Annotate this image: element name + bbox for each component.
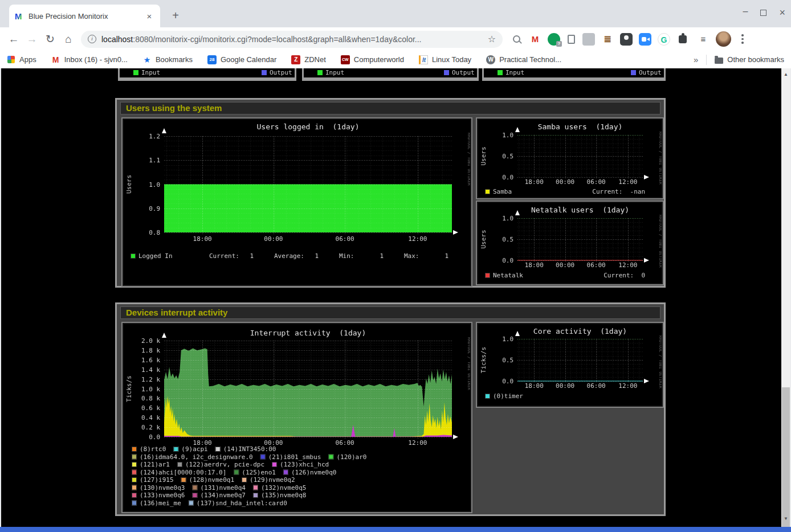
net-graph-legend-1 xyxy=(120,68,295,77)
gmail-icon: M xyxy=(51,55,60,64)
folder-icon xyxy=(715,58,723,64)
voice-icon[interactable] xyxy=(548,33,560,46)
minimize-button[interactable]: – xyxy=(743,6,748,17)
back-icon[interactable]: ← xyxy=(5,30,23,48)
reload-icon[interactable]: ↻ xyxy=(41,30,59,48)
zoom-camera-icon[interactable] xyxy=(639,33,651,46)
wordpress-icon: W xyxy=(486,55,495,64)
bookmark-label: ZDNet xyxy=(304,55,326,64)
profile-avatar[interactable] xyxy=(716,31,731,47)
window-left-edge xyxy=(0,68,1,527)
core-activity-graph[interactable] xyxy=(478,324,662,406)
samba-users-graph[interactable] xyxy=(478,120,662,197)
users-logged-in-graph-cell xyxy=(121,117,472,287)
extension-icons: M≣G xyxy=(511,33,689,46)
new-tab-button[interactable]: + xyxy=(168,8,184,24)
bookmark-inbox-16-sjvn0-[interactable]: MInbox (16) - sjvn0... xyxy=(51,55,128,64)
bookmark-bookmarks[interactable]: ★Bookmarks xyxy=(142,55,193,64)
menu-kebab-icon[interactable] xyxy=(737,34,748,44)
browser-window: M Blue Precision Monitorix × + – × ← → ↻… xyxy=(0,0,791,532)
monitorix-favicon: M xyxy=(15,11,25,21)
maximize-button[interactable] xyxy=(760,10,766,16)
netatalk-users-graph-cell xyxy=(476,200,664,285)
zdnet-icon: Z xyxy=(291,55,300,64)
interrupt-activity-graph[interactable] xyxy=(124,324,470,511)
bookmark-computerworld[interactable]: CWComputerworld xyxy=(341,55,404,64)
monitorix-page: Users using the system Devices interrupt… xyxy=(0,68,791,527)
bookmark-label: Inbox (16) - sjvn0... xyxy=(64,55,128,64)
window-controls: – × xyxy=(743,7,785,19)
reading-list-icon[interactable]: ≡ xyxy=(697,33,710,46)
bookmarks-divider xyxy=(706,55,707,65)
net-graph-legend-2 xyxy=(304,68,477,77)
apps-grid-icon xyxy=(7,56,15,63)
bookmark-google-calendar[interactable]: 28Google Calendar xyxy=(207,55,276,64)
scroll-down-icon[interactable]: ▼ xyxy=(781,514,790,523)
section-interrupts-title: Devices interrupt activity xyxy=(120,306,660,319)
window-bottom-edge xyxy=(0,527,791,532)
bookmark-label: Practical Technol... xyxy=(499,55,561,64)
network-graph-partial-2 xyxy=(302,68,479,81)
calendar-icon: 28 xyxy=(207,55,217,64)
bookmark-label: Computerworld xyxy=(354,55,404,64)
netatalk-users-graph[interactable] xyxy=(478,203,662,283)
puzzle-icon[interactable] xyxy=(676,33,689,46)
gmail-icon[interactable]: M xyxy=(529,33,541,46)
lamp-icon[interactable] xyxy=(620,33,633,46)
core-activity-graph-cell xyxy=(476,322,664,408)
star-icon: ★ xyxy=(142,55,152,64)
grammarly-icon[interactable]: G xyxy=(658,33,670,46)
bookmark-apps[interactable]: Apps xyxy=(7,55,36,64)
scrollbar[interactable]: ▲ ▼ xyxy=(781,68,790,527)
close-window-button[interactable]: × xyxy=(779,7,785,19)
bookmarks-bar: AppsMInbox (16) - sjvn0...★Bookmarks28Go… xyxy=(0,51,791,68)
bookmark-linux-today[interactable]: ltLinux Today xyxy=(419,55,471,64)
stack-icon[interactable]: ≣ xyxy=(601,33,614,46)
bookmark-label: Linux Today xyxy=(432,55,471,64)
home-icon[interactable]: ⌂ xyxy=(59,30,78,48)
bookmark-practical-technol-[interactable]: WPractical Technol... xyxy=(486,55,561,64)
search-icon[interactable] xyxy=(513,35,520,43)
network-graph-partial-3 xyxy=(482,68,666,81)
url-text[interactable]: localhost:8080/monitorix-cgi/monitorix.c… xyxy=(101,35,488,44)
url-bar[interactable]: i localhost:8080/monitorix-cgi/monitorix… xyxy=(81,31,503,48)
linuxtoday-icon: lt xyxy=(419,55,428,64)
other-bookmarks-label: Other bookmarks xyxy=(727,55,784,64)
profile-gray-icon[interactable] xyxy=(582,33,595,46)
computerworld-icon: CW xyxy=(341,55,350,64)
interrupt-activity-graph-cell xyxy=(121,322,472,513)
bookmark-zdnet[interactable]: ZZDNet xyxy=(291,55,326,64)
scroll-up-icon[interactable]: ▲ xyxy=(781,69,790,79)
tab-close-icon[interactable]: × xyxy=(144,11,154,21)
browser-toolbar: ← → ↻ ⌂ i localhost:8080/monitorix-cgi/m… xyxy=(0,27,791,51)
tab-title: Blue Precision Monitorix xyxy=(28,12,144,21)
net-graph-legend-3 xyxy=(484,68,664,77)
site-info-icon[interactable]: i xyxy=(88,35,96,43)
section-interrupts: Devices interrupt activity xyxy=(115,302,666,516)
copy-icon[interactable] xyxy=(568,35,575,44)
bookmark-label: Bookmarks xyxy=(156,55,193,64)
scrollbar-thumb[interactable] xyxy=(782,387,790,532)
users-logged-in-graph[interactable] xyxy=(124,120,470,285)
network-graph-partial-1 xyxy=(118,68,296,81)
bookmarks-overflow-chevron[interactable]: » xyxy=(694,55,698,64)
other-bookmarks[interactable]: Other bookmarks xyxy=(715,55,784,64)
section-users: Users using the system xyxy=(115,98,666,288)
section-users-title: Users using the system xyxy=(120,102,660,114)
samba-users-graph-cell xyxy=(476,117,664,199)
bookmark-label: Apps xyxy=(19,55,36,64)
tab-strip: M Blue Precision Monitorix × + – × xyxy=(0,0,791,27)
browser-tab[interactable]: M Blue Precision Monitorix × xyxy=(9,5,160,27)
bookmark-star-icon[interactable]: ☆ xyxy=(488,34,496,44)
bookmark-label: Google Calendar xyxy=(221,55,276,64)
forward-icon[interactable]: → xyxy=(23,30,41,48)
